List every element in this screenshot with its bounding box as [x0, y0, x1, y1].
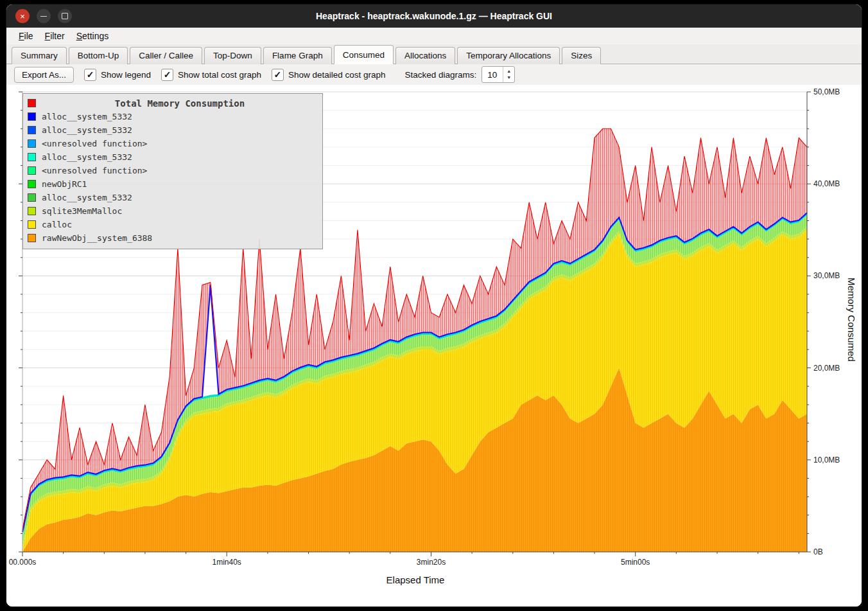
close-button[interactable]: ×	[15, 9, 30, 23]
tab-caller-callee[interactable]: Caller / Callee	[130, 47, 202, 64]
toolbar: Export As... Show legend Show total cost…	[6, 64, 862, 85]
menu-settings[interactable]: Settings	[71, 29, 115, 43]
spinner-arrows: ▲ ▼	[503, 67, 514, 82]
tab-allocations[interactable]: Allocations	[395, 47, 455, 64]
legend-row: calloc	[28, 218, 318, 231]
heaptrack-window: × Heaptrack - heaptrack.wakunode.1.gz — …	[6, 4, 862, 607]
maximize-icon	[62, 13, 68, 19]
show-total-cost-label: Show total cost graph	[178, 70, 261, 80]
legend-title-row: Total Memory Consumption	[28, 96, 318, 110]
window-buttons: ×	[15, 4, 72, 28]
menu-filter[interactable]: Filter	[39, 29, 71, 43]
legend-swatch-icon	[28, 207, 36, 215]
svg-text:50,0MB: 50,0MB	[813, 87, 840, 96]
legend-swatch-icon	[28, 139, 36, 148]
legend-label: alloc__system_5332	[42, 193, 132, 202]
tab-flame-graph[interactable]: Flame Graph	[263, 47, 332, 64]
spinner-value[interactable]: 10	[482, 67, 503, 82]
tab-temporary-allocations[interactable]: Temporary Allocations	[457, 47, 560, 64]
legend-swatch-icon	[28, 112, 36, 121]
legend-label: alloc__system_5332	[42, 125, 132, 135]
svg-text:1min40s: 1min40s	[213, 558, 241, 567]
show-legend-label: Show legend	[101, 70, 151, 80]
svg-text:10,0MB: 10,0MB	[813, 456, 840, 465]
stacked-diagrams-label: Stacked diagrams:	[405, 70, 477, 80]
svg-text:40,0MB: 40,0MB	[813, 179, 840, 188]
menu-file[interactable]: File	[13, 29, 39, 43]
svg-text:20,0MB: 20,0MB	[813, 364, 840, 373]
checkbox-box-icon[interactable]	[272, 69, 284, 81]
legend-row: alloc__system_5332	[28, 191, 318, 204]
legend-swatch-icon	[28, 193, 36, 202]
legend-label: newObjRC1	[42, 179, 87, 189]
svg-text:00.000s: 00.000s	[9, 558, 37, 567]
legend-row: rawNewObj__system_6388	[28, 231, 318, 245]
tab-sizes[interactable]: Sizes	[562, 47, 601, 64]
tab-summary[interactable]: Summary	[12, 47, 67, 64]
svg-text:30,0MB: 30,0MB	[813, 271, 840, 280]
legend-swatch-icon	[28, 220, 36, 229]
legend-swatch-icon	[28, 234, 36, 242]
show-legend-checkbox[interactable]: Show legend	[84, 69, 151, 81]
legend-row: alloc__system_5332	[28, 110, 318, 123]
minimize-icon	[40, 16, 47, 17]
tab-top-down[interactable]: Top-Down	[204, 47, 261, 64]
tab-consumed[interactable]: Consumed	[334, 45, 394, 64]
minimize-button[interactable]	[37, 9, 51, 23]
legend-row: newObjRC1	[28, 177, 318, 191]
legend-swatch-icon	[28, 180, 36, 188]
show-detailed-cost-checkbox[interactable]: Show detailed cost graph	[272, 69, 386, 81]
menubar: File Filter Settings	[6, 28, 862, 44]
spinner-up-icon[interactable]: ▲	[503, 68, 514, 75]
legend-swatch-icon	[28, 99, 36, 107]
consumed-chart-region: 0B10,0MB20,0MB30,0MB40,0MB50,0MB00.000s1…	[6, 85, 862, 607]
legend-label: Total Memory Consumption	[42, 98, 318, 109]
legend-swatch-icon	[28, 153, 36, 161]
legend-label: alloc__system_5332	[42, 152, 132, 162]
chart-legend: Total Memory Consumptionalloc__system_53…	[22, 93, 323, 249]
show-total-cost-checkbox[interactable]: Show total cost graph	[161, 69, 261, 81]
y-axis-title: Memory Consumed	[846, 278, 857, 362]
tab-bottom-up[interactable]: Bottom-Up	[69, 47, 128, 64]
legend-label: <unresolved function>	[42, 166, 147, 175]
window-title: Heaptrack - heaptrack.wakunode.1.gz — He…	[6, 11, 862, 21]
export-as-button[interactable]: Export As...	[14, 67, 74, 83]
legend-row: <unresolved function>	[28, 164, 318, 177]
svg-text:3min20s: 3min20s	[417, 558, 446, 567]
tabbar: Summary Bottom-Up Caller / Callee Top-Do…	[6, 44, 862, 64]
x-axis-title: Elapsed Time	[386, 574, 445, 585]
legend-label: alloc__system_5332	[42, 112, 132, 121]
show-detailed-cost-label: Show detailed cost graph	[288, 70, 386, 80]
stacked-diagrams-spinner[interactable]: 10 ▲ ▼	[482, 66, 515, 83]
legend-row: alloc__system_5332	[28, 123, 318, 137]
legend-label: calloc	[42, 220, 72, 229]
spinner-down-icon[interactable]: ▼	[503, 75, 514, 81]
legend-swatch-icon	[28, 166, 36, 175]
checkbox-box-icon[interactable]	[161, 69, 173, 81]
legend-row: <unresolved function>	[28, 137, 318, 150]
legend-label: <unresolved function>	[42, 139, 147, 148]
checkbox-box-icon[interactable]	[84, 69, 96, 81]
legend-label: sqlite3MemMalloc	[42, 206, 122, 216]
legend-label: rawNewObj__system_6388	[42, 233, 152, 243]
titlebar[interactable]: × Heaptrack - heaptrack.wakunode.1.gz — …	[6, 4, 862, 28]
maximize-button[interactable]	[58, 9, 72, 23]
svg-text:5min00s: 5min00s	[621, 558, 650, 567]
legend-row: alloc__system_5332	[28, 150, 318, 164]
close-icon: ×	[20, 12, 25, 21]
legend-row: sqlite3MemMalloc	[28, 204, 318, 218]
svg-text:0B: 0B	[813, 547, 823, 556]
legend-swatch-icon	[28, 126, 36, 134]
